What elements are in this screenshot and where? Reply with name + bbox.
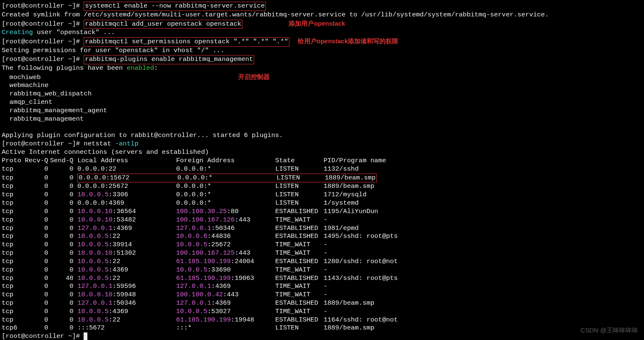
plugin-item: amqp_client	[2, 98, 642, 107]
terminal-line: [root@controller ~]# rabbitmqctl set_per…	[2, 37, 642, 47]
netstat-row: tcp00 10.0.0.10:36564100.100.30.25:80EST…	[2, 208, 398, 216]
netstat-header: Active Internet connections (servers and…	[2, 148, 642, 157]
netstat-row: tcp00 10.0.0.10:53482100.100.167.126:443…	[2, 216, 398, 224]
plugin-item: rabbitmq_management_agent	[2, 107, 642, 115]
command-rabbitmqctl-adduser: rabbitmqctl add_user openstack openstack	[84, 20, 242, 29]
netstat-table: ProtoRecv-QSend-Q Local AddressForeign A…	[2, 157, 398, 332]
netstat-columns: ProtoRecv-QSend-Q Local AddressForeign A…	[2, 157, 398, 165]
netstat-row: tcp00 10.0.0.5:436910.0.0.5:53027TIME_WA…	[2, 308, 398, 316]
netstat-row-highlight: tcp00 0.0.0.0:156720.0.0.0:*LISTEN1889/b…	[2, 174, 398, 183]
prompt: [root@controller ~]#	[2, 332, 84, 340]
terminal-output: The following plugins have been enabled:	[2, 64, 642, 73]
netstat-row: tcp00 0.0.0.0:43690.0.0.0:*LISTEN1/syste…	[2, 199, 398, 208]
command-netstat: netstat	[84, 140, 115, 148]
netstat-row: tcp00 10.0.0.5:2210.0.0.6:44836ESTABLISH…	[2, 232, 398, 241]
prompt: [root@controller ~]#	[2, 20, 84, 28]
netstat-row: tcp00 10.0.0.5:2261.185.190.199:19948EST…	[2, 316, 398, 324]
terminal-output: Setting permissions for user "openstack"…	[2, 47, 642, 55]
netstat-row: tcp00 127.0.0.1:50346127.0.0.1:4369ESTAB…	[2, 299, 398, 308]
terminal-output: Created symlink from /etc/systemd/system…	[2, 11, 642, 19]
command-systemctl-enable: systemctl enable --now rabbitmq-server.s…	[84, 2, 266, 11]
prompt: [root@controller ~]#	[2, 2, 84, 10]
plugin-item: rabbitmq_web_dispatch	[2, 90, 642, 98]
netstat-row: tcp00 10.0.0.5:436910.0.0.5:33690TIME_WA…	[2, 266, 398, 274]
netstat-row: tcp00 10.0.0.5:33060.0.0.0:*LISTEN1712/m…	[2, 191, 398, 199]
netstat-row: tcp600 :::5672:::*LISTEN1889/beam.smp	[2, 324, 398, 332]
netstat-row: tcp048 10.0.0.5:2261.185.190.199:19063ES…	[2, 274, 398, 283]
terminal-line: [root@controller ~]# rabbitmqctl add_use…	[2, 19, 642, 29]
netstat-row: tcp00 0.0.0.0:220.0.0.0:*LISTEN1132/sshd	[2, 165, 398, 174]
command-rabbitmqctl-setperm: rabbitmqctl set_permissions openstack ".…	[84, 37, 289, 47]
watermark: CSDN @王哞哞哞哞	[581, 326, 638, 334]
plugin-item: mochiweb开启控制器	[2, 73, 642, 82]
prompt: [root@controller ~]#	[2, 140, 84, 148]
netstat-row: tcp00 10.0.0.5:3991410.0.0.5:25672TIME_W…	[2, 241, 398, 249]
netstat-row: tcp00 127.0.0.1:59596127.0.0.1:4369TIME_…	[2, 282, 398, 291]
netstat-row: tcp00 10.0.0.10:59948100.100.0.42:443TIM…	[2, 291, 398, 299]
annotation-setperm: 给用户openstack添加读和写的权限	[298, 37, 398, 45]
prompt: [root@controller ~]#	[2, 55, 84, 63]
terminal-line: [root@controller ~]# netstat -antlp	[2, 140, 642, 148]
terminal-line: [root@controller ~]# rabbitmq-plugins en…	[2, 55, 642, 64]
cursor-icon	[84, 332, 87, 340]
prompt: [root@controller ~]#	[2, 38, 84, 45]
plugin-item: rabbitmq_management	[2, 115, 642, 124]
terminal-prompt-active[interactable]: [root@controller ~]#	[2, 332, 642, 340]
plugin-item: webmachine	[2, 82, 642, 90]
annotation-plugins: 开启控制器	[238, 73, 270, 80]
annotation-adduser: 添加用户openstack	[289, 20, 345, 27]
netstat-row: tcp00 10.0.0.5:2261.185.190.199:24004EST…	[2, 258, 398, 266]
terminal-output: Creating user "openstack" ...	[2, 29, 642, 37]
terminal-line: [root@controller ~]# systemctl enable --…	[2, 2, 642, 11]
netstat-row: tcp00 0.0.0.0:256720.0.0.0:*LISTEN1889/b…	[2, 182, 398, 191]
netstat-row: tcp00 10.0.0.10:51302100.100.167.125:443…	[2, 249, 398, 258]
netstat-row: tcp00 127.0.0.1:4369127.0.0.1:50346ESTAB…	[2, 224, 398, 233]
terminal-output: Applying plugin configuration to rabbit@…	[2, 132, 642, 140]
command-rabbitmq-plugins: rabbitmq-plugins enable rabbitmq_managem…	[84, 55, 254, 64]
